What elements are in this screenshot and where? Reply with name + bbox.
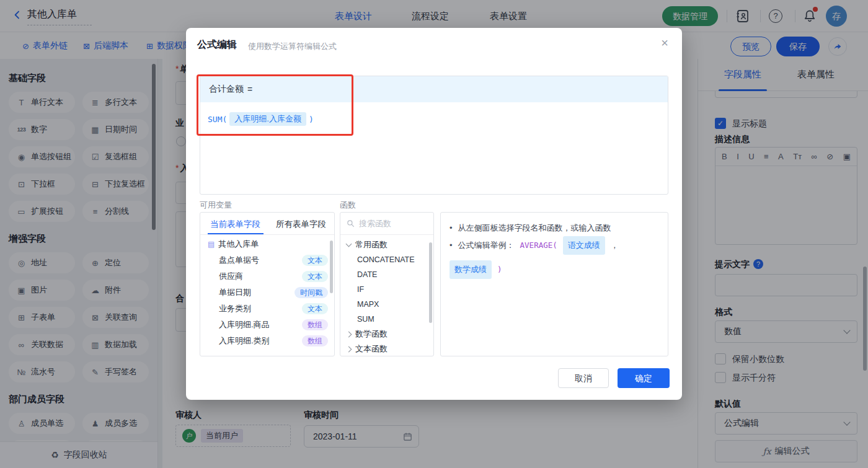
function-item[interactable]: IF	[340, 282, 433, 297]
function-list: 常用函数CONCATENATEDATEIFMAPXSUM数学函数文本函数	[340, 237, 433, 356]
variables-active-underline	[208, 233, 264, 234]
tip-example-prefix: 公式编辑举例：	[458, 237, 515, 254]
tip-example-chip: 数学成绩	[450, 260, 492, 279]
formula-target-band: 合计金额 =	[200, 76, 668, 102]
function-item[interactable]: DATE	[340, 267, 433, 282]
bullet: •	[450, 237, 453, 254]
variables-label: 可用变量	[200, 200, 232, 211]
variable-row[interactable]: 业务类别文本	[200, 301, 334, 317]
formula-suffix: )	[309, 115, 314, 124]
variable-row[interactable]: 单据日期时间戳	[200, 285, 334, 301]
confirm-button[interactable]: 确定	[618, 368, 670, 388]
tip-example-close: )	[497, 262, 502, 278]
function-search-input[interactable]	[359, 219, 421, 228]
chevron-right-icon	[346, 331, 352, 337]
function-group[interactable]: 文本函数	[340, 342, 433, 356]
tip-text: 从左侧面板选择字段名和函数，或输入函数	[458, 220, 611, 236]
variable-name: 入库明细.商品	[219, 319, 270, 330]
formula-edit-modal: 公式编辑 使用数学运算符编辑公式 × 合计金额 = SUM( 入库明细.入库金额…	[186, 28, 682, 400]
variable-row[interactable]: 供应商文本	[200, 268, 334, 285]
function-group-name: 数学函数	[355, 329, 388, 340]
tip-example-comma: ，	[611, 237, 619, 254]
app-screen: 其他入库单 表单设计 流程设定 表单设置 数据管理 ? 存 ⊘ 表单外链 ⊠ 后…	[0, 0, 868, 468]
search-icon	[347, 219, 355, 227]
variables-panel: 当前表单字段 所有表单字段 ▤其他入库单盘点单据号文本供应商文本单据日期时间戳业…	[200, 212, 335, 356]
cancel-button[interactable]: 取消	[558, 368, 609, 388]
formula-field-chip[interactable]: 入库明细.入库金额	[229, 112, 306, 126]
function-item[interactable]: CONCATENATE	[340, 252, 433, 267]
variables-scrollbar[interactable]	[330, 241, 333, 293]
variable-type-tag: 文本	[302, 271, 328, 282]
functions-scrollbar[interactable]	[429, 242, 432, 323]
close-icon[interactable]: ×	[661, 37, 668, 49]
tip-example-function: AVERAGE(	[520, 237, 557, 254]
formula-target-field: 合计金额	[209, 84, 244, 95]
variables-tabs: 当前表单字段 所有表单字段	[200, 213, 334, 235]
variable-type-tag: 时间戳	[294, 287, 328, 298]
bullet: •	[450, 220, 453, 236]
variable-row[interactable]: 入库明细.商品数组	[200, 317, 334, 333]
variable-name: 其他入库单	[218, 239, 259, 250]
tip-row-example: • 公式编辑举例： AVERAGE( 语文成绩 ， 数学成绩 )	[450, 236, 659, 279]
function-group[interactable]: 数学函数	[340, 327, 433, 342]
modal-subtitle: 使用数学运算符编辑公式	[248, 41, 337, 52]
variable-row[interactable]: 入库明细.类别数组	[200, 333, 334, 349]
functions-panel: 常用函数CONCATENATEDATEIFMAPXSUM数学函数文本函数	[340, 212, 434, 356]
variable-name: 入库明细.类别	[219, 335, 270, 347]
tip-row: • 从左侧面板选择字段名和函数，或输入函数	[450, 220, 659, 236]
variable-name: 供应商	[219, 271, 243, 282]
variable-row[interactable]: 盘点单据号文本	[200, 252, 334, 268]
variable-list: ▤其他入库单盘点单据号文本供应商文本单据日期时间戳业务类别文本入库明细.商品数组…	[200, 236, 334, 356]
variable-type-tag: 数组	[302, 319, 328, 330]
variable-type-tag: 数组	[302, 335, 328, 347]
chevron-down-icon	[346, 241, 352, 247]
function-search[interactable]	[340, 213, 433, 235]
variable-type-tag: 文本	[302, 255, 328, 266]
variable-name: 单据日期	[219, 287, 251, 298]
formula-editor[interactable]: 合计金额 = SUM( 入库明细.入库金额 )	[200, 76, 668, 195]
function-item[interactable]: MAPX	[340, 297, 433, 312]
formula-prefix: SUM(	[208, 115, 227, 124]
form-document-icon: ▤	[208, 240, 215, 249]
function-item[interactable]: SUM	[340, 312, 433, 327]
variable-row[interactable]	[200, 349, 334, 356]
tip-example-chip: 语文成绩	[563, 236, 605, 255]
tab-all-form-fields[interactable]: 所有表单字段	[276, 219, 326, 230]
variable-name: 盘点单据号	[219, 255, 259, 266]
tips-panel: • 从左侧面板选择字段名和函数，或输入函数 • 公式编辑举例： AVERAGE(…	[440, 212, 668, 356]
function-group[interactable]: 常用函数	[340, 237, 433, 252]
variable-name: 业务类别	[219, 303, 251, 314]
function-group-name: 文本函数	[355, 343, 388, 355]
formula-expression[interactable]: SUM( 入库明细.入库金额 )	[208, 112, 314, 126]
functions-label: 函数	[340, 200, 356, 211]
variable-root-row[interactable]: ▤其他入库单	[200, 236, 334, 252]
modal-title: 公式编辑	[197, 38, 237, 51]
tab-current-form-fields[interactable]: 当前表单字段	[210, 219, 260, 230]
chevron-right-icon	[346, 346, 352, 352]
variable-type-tag: 文本	[302, 303, 328, 314]
function-group-name: 常用函数	[355, 239, 388, 250]
formula-equals: =	[247, 84, 252, 94]
